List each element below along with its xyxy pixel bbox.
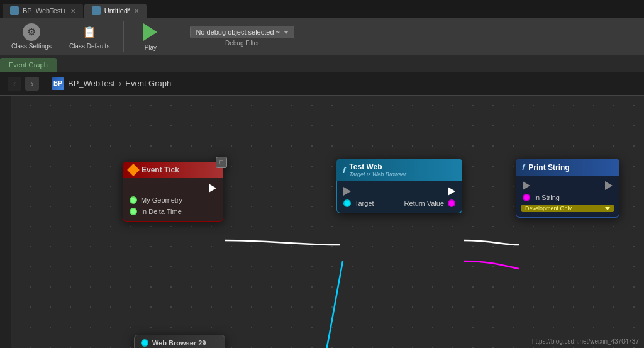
class-settings-button[interactable]: ⚙ Class Settings xyxy=(5,21,58,52)
play-label: Play xyxy=(145,44,157,51)
event-tick-body: My Geometry In Delta Time xyxy=(123,178,223,222)
url-text: https://blog.csdn.net/weixin_43704737 xyxy=(532,338,639,345)
breadcrumb: ‹ › BP BP_WebTest › Event Graph xyxy=(0,72,644,96)
chevron-down-icon xyxy=(284,31,289,34)
ps-exec-out-pin xyxy=(605,181,613,190)
test-web-exec-row xyxy=(337,185,462,198)
exec-out-pin xyxy=(209,184,216,193)
play-icon xyxy=(140,22,160,42)
blueprint-tab-icon-2 xyxy=(92,6,101,15)
class-defaults-label: Class Defaults xyxy=(69,43,109,50)
test-web-body: Target Return Value xyxy=(336,181,462,213)
my-geometry-row: My Geometry xyxy=(123,194,223,206)
blueprint-tab-icon xyxy=(10,6,19,15)
function-icon: f xyxy=(343,166,345,175)
web-browser-out-pin xyxy=(141,339,148,347)
class-defaults-button[interactable]: 📋 Class Defaults xyxy=(63,21,116,52)
tab-close-icon[interactable]: ✕ xyxy=(70,8,75,14)
exec-in-pin xyxy=(343,187,351,196)
in-string-row: In String xyxy=(516,192,619,203)
print-string-header: f Print String xyxy=(516,159,619,176)
web-browser-title: Web Browser 29 xyxy=(152,339,206,347)
breadcrumb-back-button[interactable]: ‹ xyxy=(8,77,21,91)
tab-bar: BP_WebTest+ ✕ Untitled* ✕ xyxy=(0,0,644,18)
target-label: Target xyxy=(355,199,374,207)
in-string-label: In String xyxy=(534,194,560,201)
debug-object-text: No debug object selected ~ xyxy=(196,28,280,36)
event-graph-tab[interactable]: Event Graph xyxy=(0,58,57,72)
settings-gear-icon: ⚙ xyxy=(23,23,40,41)
blueprint-name: BP_WebTest xyxy=(68,79,115,88)
in-string-pin xyxy=(523,194,530,201)
debug-filter-group: No debug object selected ~ Debug Filter xyxy=(190,26,294,47)
print-exec-row xyxy=(516,179,619,192)
toolbar-divider-1 xyxy=(123,21,124,52)
event-tick-header: Event Tick □ xyxy=(123,162,223,178)
tab-label: BP_WebTest+ xyxy=(23,7,67,14)
test-web-header: f Test Web Target is Web Browser xyxy=(336,159,462,181)
node-mini-icon: □ xyxy=(216,157,227,168)
tab-bp-webtest[interactable]: BP_WebTest+ ✕ xyxy=(3,4,83,18)
blueprint-icon: BP xyxy=(52,77,64,90)
web-browser-header: Web Browser 29 xyxy=(134,335,225,348)
graph-name: Event Graph xyxy=(125,79,171,88)
web-browser-node[interactable]: Web Browser 29 xyxy=(134,335,225,348)
test-web-pins-row: Target Return Value xyxy=(337,198,462,209)
connections-overlay xyxy=(0,96,644,348)
tab-untitled[interactable]: Untitled* ✕ xyxy=(84,4,147,18)
play-button[interactable]: Play xyxy=(131,20,169,53)
in-delta-time-label: In Delta Time xyxy=(141,208,182,215)
blueprint-canvas[interactable]: Event Tick □ My Geometry In Delta Time f xyxy=(0,96,644,348)
test-web-title: Test Web xyxy=(349,162,406,171)
print-func-icon: f xyxy=(522,162,525,172)
my-geometry-pin xyxy=(130,196,137,204)
event-tick-title: Event Tick xyxy=(142,166,179,174)
toolbar: ⚙ Class Settings 📋 Class Defaults Play N… xyxy=(0,18,644,55)
breadcrumb-arrow: › xyxy=(119,79,121,88)
tab-label-2: Untitled* xyxy=(104,7,131,14)
dev-only-chevron-icon xyxy=(605,207,610,210)
print-string-body: In String Development Only xyxy=(516,176,619,218)
print-string-node[interactable]: f Print String In String Development Onl… xyxy=(516,159,619,218)
toolbar-divider-2 xyxy=(177,21,177,52)
test-web-node[interactable]: f Test Web Target is Web Browser Target … xyxy=(336,159,462,213)
exec-out-row xyxy=(123,182,223,194)
ps-exec-in-pin xyxy=(523,181,530,190)
my-geometry-label: My Geometry xyxy=(141,196,182,204)
test-web-subtitle: Target is Web Browser xyxy=(349,171,406,177)
breadcrumb-forward-button[interactable]: › xyxy=(25,77,39,91)
target-pin xyxy=(343,199,351,207)
event-graph-tab-label: Event Graph xyxy=(9,61,48,69)
url-bar: https://blog.csdn.net/weixin_43704737 xyxy=(532,338,639,345)
tab-close-icon-2[interactable]: ✕ xyxy=(134,8,139,14)
class-settings-label: Class Settings xyxy=(11,43,52,50)
in-delta-time-row: In Delta Time xyxy=(123,206,223,217)
in-delta-time-pin xyxy=(130,208,137,215)
return-label: Return Value xyxy=(404,199,444,207)
left-panel xyxy=(0,96,11,348)
print-string-title: Print String xyxy=(528,163,569,172)
debug-object-dropdown[interactable]: No debug object selected ~ xyxy=(190,26,294,38)
return-value-pin xyxy=(448,199,455,207)
event-tick-node[interactable]: Event Tick □ My Geometry In Delta Time xyxy=(123,162,223,222)
event-icon xyxy=(127,164,140,176)
development-only-badge: Development Only xyxy=(521,205,614,212)
event-graph-tab-bar: Event Graph xyxy=(0,55,644,72)
exec-out-pin-tw xyxy=(448,187,455,196)
debug-filter-label: Debug Filter xyxy=(225,40,259,47)
dev-only-text: Development Only xyxy=(525,205,572,211)
defaults-icon: 📋 xyxy=(80,23,98,41)
